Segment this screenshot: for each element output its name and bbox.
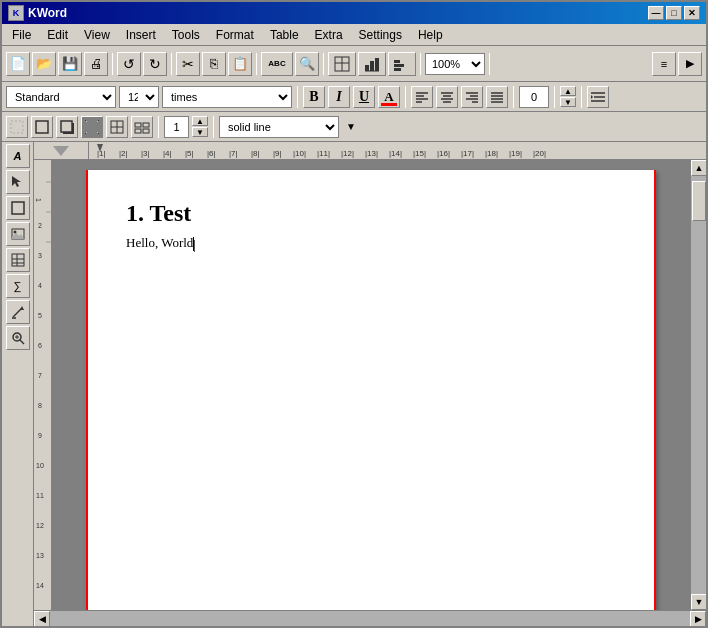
zoom-tool-icon	[10, 330, 26, 346]
paste-button[interactable]: 📋	[228, 52, 252, 76]
doc-scroll-area[interactable]: 1. Test Hello, World|	[52, 160, 690, 610]
zoom-tool-button[interactable]	[6, 326, 30, 350]
menu-help[interactable]: Help	[410, 26, 451, 44]
close-button[interactable]: ✕	[684, 6, 700, 20]
svg-marker-54	[20, 306, 24, 310]
menu-view[interactable]: View	[76, 26, 118, 44]
minimize-button[interactable]: —	[648, 6, 664, 20]
underline-button[interactable]: U	[353, 86, 375, 108]
thickness-up-button[interactable]: ▲	[192, 116, 208, 126]
extra-btn-1[interactable]: ≡	[652, 52, 676, 76]
v-ruler: 1 2 3 4 5 6 7 8 9 10 11 12 13	[34, 160, 52, 610]
border-custom-button[interactable]	[106, 116, 128, 138]
svg-rect-36	[86, 121, 98, 133]
italic-button[interactable]: I	[328, 86, 350, 108]
menu-format[interactable]: Format	[208, 26, 262, 44]
align-left-button[interactable]	[411, 86, 433, 108]
border-all-button[interactable]	[131, 116, 153, 138]
window-title: KWord	[28, 6, 67, 20]
open-button[interactable]: 📂	[32, 52, 56, 76]
zoom-select[interactable]: 100% 50% 75% 125% 150% 200%	[425, 53, 485, 75]
svg-text:|9|: |9|	[273, 149, 282, 158]
scroll-down-button[interactable]: ▼	[691, 594, 706, 610]
left-toolbar: A	[2, 142, 34, 626]
svg-text:1: 1	[35, 198, 42, 202]
undo-button[interactable]: ↺	[117, 52, 141, 76]
scroll-thumb[interactable]	[692, 181, 706, 221]
cut-button[interactable]: ✂	[176, 52, 200, 76]
frame-tool-button[interactable]	[6, 196, 30, 220]
style-select[interactable]: Standard Heading 1 Heading 2 Body Text	[6, 86, 116, 108]
border-none-button[interactable]	[6, 116, 28, 138]
border-3d-button[interactable]	[81, 116, 103, 138]
scroll-up-button[interactable]: ▲	[691, 160, 706, 176]
new-button[interactable]: 📄	[6, 52, 30, 76]
svg-text:|6|: |6|	[207, 149, 216, 158]
svg-text:|17|: |17|	[461, 149, 474, 158]
scroll-track[interactable]	[691, 176, 706, 594]
print-button[interactable]: 🖨	[84, 52, 108, 76]
menu-table[interactable]: Table	[262, 26, 307, 44]
format-sep-5	[581, 86, 582, 108]
select-tool-button[interactable]	[6, 170, 30, 194]
table-tool-button[interactable]	[6, 248, 30, 272]
svg-text:|14|: |14|	[389, 149, 402, 158]
menu-insert[interactable]: Insert	[118, 26, 164, 44]
h-scroll-track[interactable]	[50, 611, 690, 627]
menu-extra[interactable]: Extra	[307, 26, 351, 44]
find-button[interactable]: 🔍	[295, 52, 319, 76]
scroll-left-button[interactable]: ◀	[34, 611, 50, 627]
save-button[interactable]: 💾	[58, 52, 82, 76]
ruler-main: |1| |2| |3| |4| |5| |6| |7| |8| |9| |10|…	[89, 142, 706, 159]
chart-button[interactable]	[358, 52, 386, 76]
bold-button[interactable]: B	[303, 86, 325, 108]
table-tool-icon	[10, 252, 26, 268]
line-spacing-input[interactable]	[519, 86, 549, 108]
menu-edit[interactable]: Edit	[39, 26, 76, 44]
spacing-up-button[interactable]: ▲	[560, 86, 576, 96]
doc-content[interactable]: 1. Test Hello, World|	[86, 170, 656, 281]
right-margin-line	[654, 170, 656, 610]
copy-button[interactable]: ⎘	[202, 52, 226, 76]
title-bar-controls: — □ ✕	[648, 6, 700, 20]
scroll-right-button[interactable]: ▶	[690, 611, 706, 627]
extra-btn-2[interactable]: ▶	[678, 52, 702, 76]
line-style-select[interactable]: solid line dashed line dotted line doubl…	[219, 116, 339, 138]
align-center-button[interactable]	[436, 86, 458, 108]
border-box-button[interactable]	[31, 116, 53, 138]
formula-tool-button[interactable]: ∑	[6, 274, 30, 298]
border-none-icon	[9, 119, 25, 135]
font-color-button[interactable]: A	[378, 86, 400, 108]
svg-text:|7|: |7|	[229, 149, 238, 158]
format-sep-1	[297, 86, 298, 108]
svg-text:8: 8	[38, 402, 42, 409]
indent-right-button[interactable]	[587, 86, 609, 108]
menu-tools[interactable]: Tools	[164, 26, 208, 44]
font-size-select[interactable]: 12 891011 1416182436	[119, 86, 159, 108]
menu-file[interactable]: File	[4, 26, 39, 44]
svg-rect-31	[36, 121, 48, 133]
spellcheck-icon: ABC	[268, 59, 285, 68]
spacing-down-button[interactable]: ▼	[560, 97, 576, 107]
menu-settings[interactable]: Settings	[351, 26, 410, 44]
text-tool-button[interactable]: A	[6, 144, 30, 168]
insert-table-button[interactable]	[328, 52, 356, 76]
maximize-button[interactable]: □	[666, 6, 682, 20]
picture-tool-button[interactable]	[6, 222, 30, 246]
align-right-button[interactable]	[461, 86, 483, 108]
spellcheck-button[interactable]: ABC	[261, 52, 293, 76]
toolbar-separator-6	[489, 53, 490, 75]
redo-button[interactable]: ↻	[143, 52, 167, 76]
content-area: |1| |2| |3| |4| |5| |6| |7| |8| |9| |10|…	[34, 142, 706, 626]
svg-text:10: 10	[36, 462, 44, 469]
border-sep-2	[213, 116, 214, 138]
border-thickness-input[interactable]	[164, 116, 189, 138]
align-justify-button[interactable]	[486, 86, 508, 108]
font-family-select[interactable]: times ArialCourierHelveticaTimes	[162, 86, 292, 108]
border-sep-1	[158, 116, 159, 138]
draw-tool-button[interactable]	[6, 300, 30, 324]
border-shadow-button[interactable]	[56, 116, 78, 138]
svg-rect-45	[12, 202, 24, 214]
bar-chart-button[interactable]	[388, 52, 416, 76]
thickness-down-button[interactable]: ▼	[192, 127, 208, 137]
